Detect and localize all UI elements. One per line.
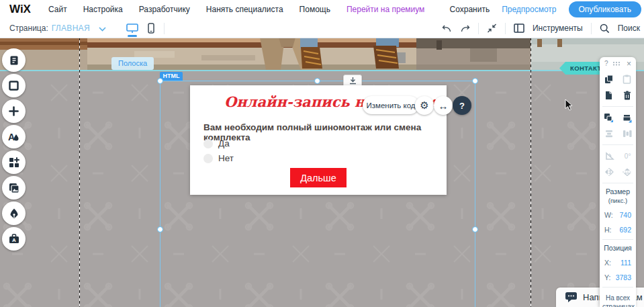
add-apps-icon [9,157,19,168]
html-element-tag[interactable]: HTML [160,72,183,81]
header-photo-strip[interactable] [0,38,644,70]
zoom-fit-button[interactable] [487,24,497,33]
mobile-icon [148,23,154,34]
anchor-label: КОНТАКТЫ [570,64,601,72]
size-units: (пикс.) [600,197,636,204]
x-label: X: [604,259,611,267]
size-title: Размер [600,187,636,195]
y-label: Y: [604,273,610,281]
page-selector[interactable]: ГЛАВНАЯ [52,24,90,33]
x-value[interactable]: 111 [620,259,631,267]
stretch-width-button[interactable]: ↔ [434,96,453,115]
panel-close-icon[interactable]: × [627,60,631,67]
selection-handle[interactable] [157,78,163,84]
tools-label[interactable]: Инструменты [533,24,583,33]
menu-help[interactable]: Помощь [300,5,330,14]
cursor-icon [565,99,573,111]
search-icon [600,24,610,34]
desktop-view-button[interactable] [126,24,138,34]
background-icon [9,81,19,91]
radio-no[interactable] [203,154,213,163]
save-button[interactable]: Сохранить [450,5,490,14]
redo-button[interactable] [460,24,470,33]
distribute-button[interactable] [623,130,632,138]
publish-button[interactable]: Опубликовать [569,1,641,17]
svg-text:A: A [12,237,16,243]
sidebar-pages-menu-button[interactable] [2,48,26,72]
radio-yes[interactable] [203,139,213,148]
pages-menu-icon [9,55,19,66]
help-icon: ? [459,101,465,111]
mobile-view-button[interactable] [148,23,154,34]
page-guide-right [531,38,531,307]
tools-button[interactable] [514,24,524,33]
main-nav: Сайт Настройка Разработчику Нанять специ… [48,5,424,14]
menu-site[interactable]: Сайт [48,5,67,14]
pen-nib-icon [9,208,19,219]
page-guide-left [79,38,80,307]
height-label: H: [604,226,612,234]
selection-handle[interactable] [472,78,478,84]
position-title: Позиция [600,244,636,252]
flip-vertical-button[interactable] [623,168,632,176]
wix-logo[interactable]: WiX [9,3,31,16]
copy-button[interactable] [604,75,614,84]
preview-button[interactable]: Предпросмотр [502,5,556,14]
editor-canvas[interactable]: Полоска HTML Онлайн-запись на шином Вам … [0,38,644,307]
rotate-button[interactable] [605,152,614,160]
section-divider-line [0,70,644,71]
send-to-back-button[interactable] [622,113,632,123]
menu-developer[interactable]: Разработчику [139,5,190,14]
settings-button[interactable]: ⚙ [415,96,434,115]
radio-yes-label: Да [218,138,230,148]
selection-handle[interactable] [314,78,320,84]
all-pages-option[interactable]: На всех страницах [600,294,636,307]
strip-element-tag[interactable]: Полоска [111,57,154,70]
next-button[interactable]: Дальше [290,168,347,187]
delete-button[interactable] [623,91,631,100]
top-menu-bar: WiX Сайт Настройка Разработчику Нанять с… [0,0,644,19]
help-button[interactable]: ? [453,96,471,115]
briefcase-icon: A [9,234,19,244]
sidebar-add-apps-button[interactable] [2,150,26,174]
width-value[interactable]: 740 [619,211,631,219]
widget-question: Вам необходим полный шиномонтаж или смен… [203,122,447,142]
menu-premium[interactable]: Перейти на премиум [347,5,424,14]
width-label: W: [604,211,613,219]
align-button[interactable] [604,130,614,138]
y-value[interactable]: 3783 [616,273,631,281]
tools-panel-icon [514,24,524,33]
selection-handle[interactable] [157,226,163,232]
menu-settings[interactable]: Настройка [83,5,123,14]
selection-handle[interactable] [472,226,478,232]
sidebar-media-button[interactable] [2,176,26,200]
bring-to-front-button[interactable] [604,113,614,123]
stretch-icon [349,77,357,85]
search-button[interactable] [600,24,610,34]
menu-hire[interactable]: Нанять специалиста [206,5,283,14]
panel-help-icon[interactable]: ? [604,60,608,67]
drag-handle-icon[interactable] [612,61,622,66]
sidebar-blog-button[interactable] [2,202,26,225]
selection-border-left [160,81,160,307]
edit-code-button[interactable]: Изменить код [363,96,419,114]
height-value[interactable]: 692 [619,226,631,234]
anchor-tag[interactable]: КОНТАКТЫ [559,62,601,75]
gear-icon: ⚙ [420,99,428,112]
sidebar-site-design-button[interactable]: A [2,125,26,148]
radio-no-label: Нет [218,153,234,163]
flip-horizontal-button[interactable] [604,168,614,176]
paste-button[interactable] [623,75,631,84]
redo-icon [460,24,470,33]
undo-button[interactable] [442,24,452,33]
sidebar-add-element-button[interactable] [2,99,26,123]
chevron-down-icon[interactable] [99,22,106,34]
editor-toolbar: Страница: ГЛАВНАЯ [0,19,644,38]
page-label: Страница: [9,24,48,33]
duplicate-button[interactable] [604,91,613,100]
media-icon [9,183,19,193]
rotation-value[interactable]: 0° [625,152,631,160]
sidebar-background-button[interactable] [2,74,26,97]
search-label[interactable]: Поиск [618,24,640,33]
sidebar-business-tools-button[interactable]: A [2,227,26,251]
